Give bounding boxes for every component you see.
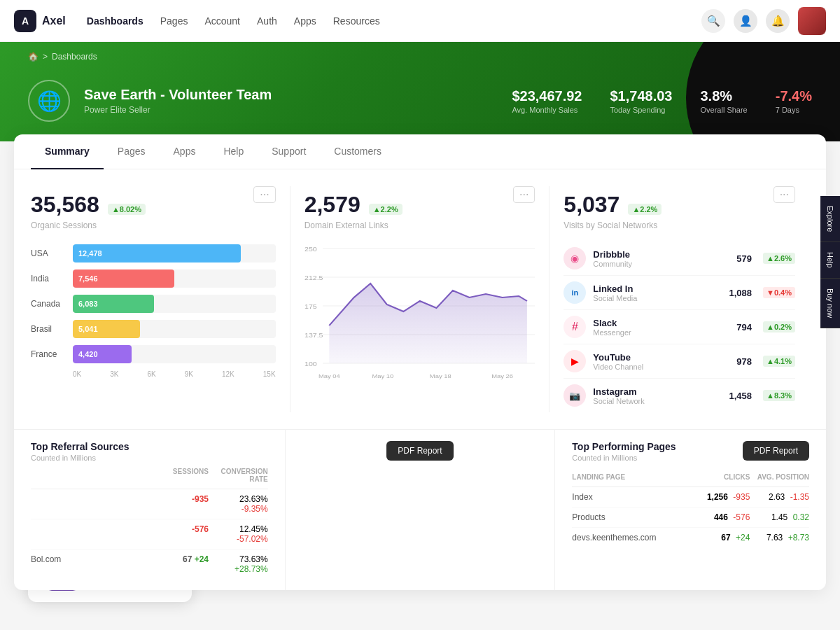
search-button[interactable]: 🔍 — [701, 9, 725, 33]
instagram-change: ▲8.3% — [763, 390, 795, 401]
instagram-info: Instagram Social Network — [593, 386, 722, 405]
help-tab[interactable]: Help — [820, 242, 840, 279]
pages-row1-clicks-wrap: 1,256 -935 — [691, 492, 750, 502]
referral-row2-name — [31, 524, 149, 544]
pages-row-3: devs.keenthemes.com 67 +24 7.63 +8.73 — [572, 528, 809, 547]
linkedin-type: Social Media — [593, 294, 722, 302]
bar-country-france: France — [31, 349, 66, 359]
tab-support[interactable]: Support — [258, 134, 320, 169]
home-icon[interactable]: 🏠 — [28, 52, 38, 62]
referral-table-header: SESSIONS CONVERSION RATE — [31, 462, 268, 489]
hero-stat-7days: -7.4% 7 Days — [776, 88, 812, 114]
social-networks-label: Visits by Social Networks — [564, 220, 662, 230]
slack-change: ▲0.2% — [763, 321, 795, 332]
hero-stat-val-7days: -7.4% — [776, 88, 812, 104]
tab-bar: Summary Pages Apps Help Support Customer… — [14, 134, 826, 169]
bar-track-brasil: 5,041 — [73, 320, 276, 338]
slack-type: Messenger — [593, 328, 729, 337]
organic-sessions-badge: ▲8.02% — [108, 204, 146, 215]
svg-text:175: 175 — [304, 303, 317, 310]
pages-row3-pos-change: +8.73 — [788, 533, 809, 542]
logo-area[interactable]: A Axel — [14, 10, 66, 32]
pages-row1-pos-wrap: 2.63 -1.35 — [750, 492, 809, 502]
dribbble-value: 579 — [736, 253, 752, 264]
referral-row3-rate-change: +28.73% — [234, 564, 268, 574]
referral-row3-rate: 73.63% — [239, 554, 268, 564]
social-networks-stat: 5,037 — [564, 192, 620, 218]
x-label-15k: 15K — [263, 370, 276, 378]
tab-apps[interactable]: Apps — [160, 134, 210, 169]
svg-text:212.5: 212.5 — [304, 274, 323, 281]
social-networks-more-button[interactable]: ··· — [774, 186, 795, 203]
nav-right: 🔍 👤 🔔 — [701, 7, 826, 35]
referral-row-2: -576 12.45% -57.02% — [31, 519, 268, 550]
hero-logo-icon: 🌐 — [37, 90, 62, 113]
pages-row2-clicks-change: -576 — [733, 512, 750, 522]
social-networks-badge: ▲2.2% — [628, 204, 662, 215]
svg-text:May 10: May 10 — [372, 373, 393, 379]
bar-fill-brasil: 5,041 — [73, 320, 140, 338]
explore-tab[interactable]: Explore — [820, 196, 840, 242]
social-item-instagram: 📷 Instagram Social Network 1,458 ▲8.3% — [564, 379, 795, 412]
logo-icon: A — [14, 10, 36, 32]
nav-resources[interactable]: Resources — [333, 13, 380, 29]
main-card: Summary Pages Apps Help Support Customer… — [14, 134, 826, 590]
svg-text:May 04: May 04 — [318, 373, 340, 379]
pages-row2-page: Products — [572, 512, 690, 522]
referral-row3-rate-wrap: 73.63% +28.73% — [209, 554, 268, 574]
nav-auth[interactable]: Auth — [257, 13, 277, 29]
hero-content: 🌐 Save Earth - Volunteer Team Power Elit… — [28, 69, 812, 141]
line-chart-area: 250 212.5 175 137.5 100 — [304, 241, 536, 384]
slack-value: 794 — [736, 322, 752, 332]
bar-row-india: India 7,546 — [31, 270, 276, 288]
notifications-button[interactable]: 🔔 — [766, 9, 790, 33]
pdf-report-button[interactable]: PDF Report — [386, 441, 453, 461]
user-avatar[interactable] — [798, 7, 826, 35]
buy-now-tab[interactable]: Buy now — [820, 279, 840, 328]
domain-links-more-button[interactable]: ··· — [513, 186, 535, 203]
nav-dashboards[interactable]: Dashboards — [87, 13, 144, 29]
tab-summary[interactable]: Summary — [31, 134, 104, 169]
pdf-report-button-pages[interactable]: PDF Report — [743, 441, 809, 461]
pages-row2-pos-wrap: 1.45 0.32 — [750, 512, 809, 522]
bar-fill-france: 4,420 — [73, 345, 132, 363]
referral-row2-rate-wrap: 12.45% -57.02% — [209, 524, 268, 544]
svg-text:May 18: May 18 — [430, 373, 451, 379]
hero-stat-overall-share: 3.8% Overall Share — [700, 88, 747, 114]
tab-customers[interactable]: Customers — [320, 134, 396, 169]
hero-stat-val-spending: $1,748.03 — [610, 88, 673, 104]
hero-stat-lbl-7days: 7 Days — [776, 106, 812, 114]
bar-fill-usa: 12,478 — [73, 244, 241, 262]
top-navigation: A Axel Dashboards Pages Account Auth App… — [0, 0, 840, 42]
hero-subtitle: Power Elite Seller — [84, 105, 498, 115]
nav-account[interactable]: Account — [204, 13, 240, 29]
organic-sessions-more-button[interactable]: ··· — [253, 186, 275, 203]
bar-row-france: France 4,420 — [31, 345, 276, 363]
organic-sessions-stat: 35,568 — [31, 192, 99, 218]
dribbble-change: ▲2.6% — [763, 253, 795, 264]
hero-stat-val-share: 3.8% — [700, 88, 747, 104]
hero-stat-val-monthly: $23,467.92 — [512, 88, 582, 104]
pages-row2-pos: 1.45 — [771, 512, 788, 522]
slack-name: Slack — [593, 318, 729, 328]
tab-pages[interactable]: Pages — [104, 134, 160, 169]
nav-apps[interactable]: Apps — [294, 13, 316, 29]
hero-stat-lbl-monthly: Avg. Monthly Sales — [512, 106, 582, 114]
breadcrumb-path: Dashboards — [52, 52, 97, 62]
youtube-type: Video Channel — [593, 363, 729, 371]
user-icon-button[interactable]: 👤 — [734, 9, 757, 33]
nav-pages[interactable]: Pages — [160, 13, 188, 29]
bar-country-usa: USA — [31, 248, 66, 258]
referral-sources-section: Top Referral Sources Counted in Millions… — [14, 430, 285, 590]
tab-help[interactable]: Help — [209, 134, 258, 169]
referral-row1-name — [31, 494, 149, 514]
hero-stat-monthly-sales: $23,467.92 Avg. Monthly Sales — [512, 88, 582, 114]
metrics-grid: 35,568 ▲8.02% Organic Sessions ··· USA 1… — [14, 169, 826, 429]
pages-row3-clicks-change: +24 — [736, 533, 750, 542]
bar-x-labels: 0K 3K 6K 9K 12K 15K — [31, 370, 276, 378]
referral-row1-rate-change: -9.35% — [241, 504, 268, 514]
youtube-info: YouTube Video Channel — [593, 352, 729, 371]
referral-row2-sessions: -576 — [149, 524, 209, 544]
referral-row1-sessions: -935 — [149, 494, 209, 514]
pages-row2-pos-change: 0.32 — [793, 512, 809, 522]
